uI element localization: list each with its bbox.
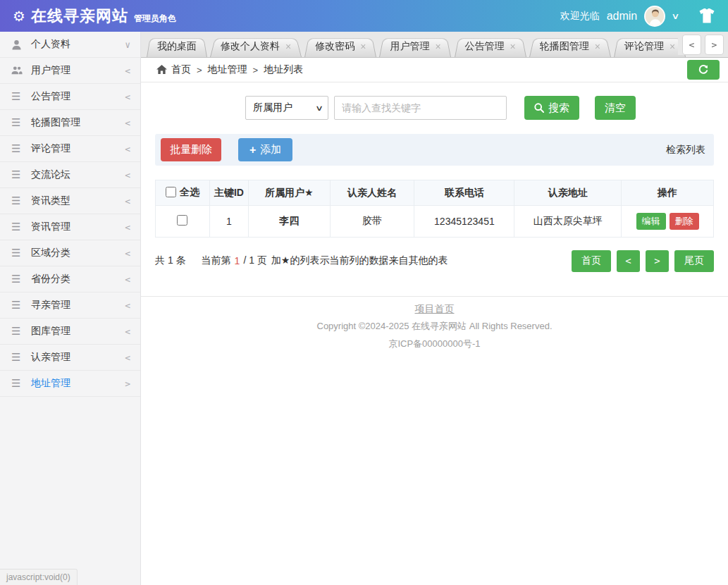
table-row: 1 李四 胶带 12345123451 山西太原尖草坪 编辑 删除 <box>156 206 714 238</box>
chevron-left-icon: < <box>125 118 130 128</box>
refresh-button[interactable] <box>687 60 720 80</box>
chevron-down-icon: ∨ <box>125 39 130 50</box>
menu-lines-icon: ☰ <box>11 142 27 155</box>
tab-edit-profile[interactable]: 修改个人资料 × <box>210 36 302 57</box>
breadcrumb-section[interactable]: 地址管理 <box>208 63 247 76</box>
admin-screen: ⚙ 在线寻亲网站 管理员角色 欢迎光临 admin ∨ <box>0 0 728 585</box>
sidebar-item-profile[interactable]: 个人资料 ∨ <box>0 32 140 58</box>
chevron-left-icon: < <box>125 248 130 259</box>
sidebar-item-user-management[interactable]: 用户管理 < <box>0 58 140 84</box>
cell-name: 胶带 <box>330 206 414 238</box>
tab-close-icon[interactable]: × <box>510 42 516 51</box>
prev-page-button[interactable]: < <box>617 250 640 272</box>
last-page-button[interactable]: 尾页 <box>674 250 714 272</box>
next-page-button[interactable]: > <box>646 250 669 272</box>
content: 所属用户 ∨ 搜索 清空 批量删除 + 添加 <box>141 95 728 350</box>
tab-close-icon[interactable]: × <box>285 42 291 51</box>
clear-button[interactable]: 清空 <box>595 96 636 120</box>
tab-bar: 我的桌面 修改个人资料 × 修改密码 × 用户管理 × 公告管理 × 轮播图管理… <box>141 32 728 58</box>
first-page-button[interactable]: 首页 <box>572 250 611 272</box>
toolbar: 批量删除 + 添加 检索列表 <box>155 134 714 166</box>
tab-close-icon[interactable]: × <box>435 42 440 51</box>
tab-desktop[interactable]: 我的桌面 <box>147 36 207 57</box>
menu-lines-icon: ☰ <box>11 90 27 103</box>
tab-carousel[interactable]: 轮播图管理 × <box>529 36 611 57</box>
row-checkbox[interactable] <box>177 215 187 226</box>
menu-lines-icon: ☰ <box>11 273 27 285</box>
menu-lines-icon: ☰ <box>11 195 27 207</box>
tab-scroll-right-button[interactable]: > <box>705 35 724 55</box>
star-note-text: 加★的列表示当前列的数据来自其他的表 <box>271 254 448 267</box>
sidebar-item-label: 图库管理 <box>31 325 125 338</box>
select-chevron-down-icon: ∨ <box>315 104 323 113</box>
breadcrumb-page: 地址列表 <box>264 63 303 76</box>
sidebar-item-gallery[interactable]: ☰ 图库管理 < <box>0 319 140 345</box>
select-all-checkbox[interactable] <box>166 187 176 197</box>
search-button[interactable]: 搜索 <box>524 96 579 120</box>
chevron-left-icon: < <box>125 222 130 233</box>
sidebar-item-label: 轮播图管理 <box>31 116 125 129</box>
sidebar-item-label: 公告管理 <box>31 90 125 103</box>
gear-icon: ⚙ <box>13 7 25 25</box>
sidebar-item-family-search[interactable]: ☰ 寻亲管理 < <box>0 292 140 319</box>
cell-user: 李四 <box>248 206 330 238</box>
edit-button[interactable]: 编辑 <box>636 213 666 230</box>
user-filter-select[interactable]: 所属用户 ∨ <box>245 96 328 120</box>
sidebar-item-comments[interactable]: ☰ 评论管理 < <box>0 136 140 162</box>
menu-lines-icon: ☰ <box>11 221 27 233</box>
chevron-left-icon: < <box>125 92 130 102</box>
add-button[interactable]: + 添加 <box>238 138 292 161</box>
sidebar-item-label: 评论管理 <box>31 142 125 155</box>
tab-label: 评论管理 <box>624 40 664 53</box>
tab-change-password[interactable]: 修改密码 × <box>304 36 376 57</box>
sidebar-item-address[interactable]: ☰ 地址管理 > <box>0 371 140 397</box>
tab-user-management[interactable]: 用户管理 × <box>379 36 451 57</box>
user-icon <box>11 39 27 50</box>
delete-button[interactable]: 删除 <box>670 213 699 230</box>
role-label: 管理员角色 <box>134 11 176 25</box>
menu-lines-icon: ☰ <box>11 377 27 390</box>
chevron-left-icon: < <box>125 66 130 76</box>
total-pages-text: / 1 页 <box>243 254 266 267</box>
main-panel: 我的桌面 修改个人资料 × 修改密码 × 用户管理 × 公告管理 × 轮播图管理… <box>141 32 728 585</box>
chevron-left-icon: < <box>125 170 130 180</box>
sidebar-item-carousel[interactable]: ☰ 轮播图管理 < <box>0 110 140 136</box>
cell-phone: 12345123451 <box>414 206 514 238</box>
tab-scroll-left-button[interactable]: < <box>682 35 701 55</box>
search-form: 所属用户 ∨ 搜索 清空 <box>245 95 714 121</box>
menu-lines-icon: ☰ <box>11 116 27 129</box>
chevron-left-icon: < <box>125 300 130 311</box>
tab-comments[interactable]: 评论管理 × <box>614 36 686 57</box>
batch-delete-button[interactable]: 批量删除 <box>161 138 221 161</box>
sidebar-item-label: 交流论坛 <box>31 168 125 181</box>
username-text: admin <box>607 10 638 23</box>
sidebar-item-forum[interactable]: ☰ 交流论坛 < <box>0 162 140 188</box>
user-menu-chevron-down-icon[interactable]: ∨ <box>671 11 679 21</box>
user-area: 欢迎光临 admin ∨ <box>560 6 715 27</box>
batch-delete-label: 批量删除 <box>170 143 212 156</box>
sidebar-item-province-category[interactable]: ☰ 省份分类 < <box>0 266 140 292</box>
project-home-link[interactable]: 项目首页 <box>415 303 455 316</box>
sidebar-item-news-management[interactable]: ☰ 资讯管理 < <box>0 214 140 240</box>
sidebar-item-label: 区域分类 <box>31 247 125 259</box>
tab-announcement[interactable]: 公告管理 × <box>455 36 526 57</box>
list-title: 检索列表 <box>666 144 708 156</box>
column-header-actions: 操作 <box>622 180 714 206</box>
sidebar-item-label: 认亲管理 <box>31 351 125 364</box>
sidebar-item-region-category[interactable]: ☰ 区域分类 < <box>0 240 140 266</box>
sidebar: 个人资料 ∨ 用户管理 < ☰ 公告管理 < ☰ 轮播图管理 < ☰ 评论管理 … <box>0 32 141 585</box>
chevron-left-icon: < <box>125 144 130 154</box>
tab-close-icon[interactable]: × <box>595 42 600 51</box>
keyword-input[interactable] <box>334 96 507 120</box>
column-header-name: 认亲人姓名 <box>330 180 414 206</box>
sidebar-item-news-types[interactable]: ☰ 资讯类型 < <box>0 188 140 214</box>
sidebar-item-announcements[interactable]: ☰ 公告管理 < <box>0 84 140 110</box>
tab-close-icon[interactable]: × <box>670 42 675 51</box>
tab-close-icon[interactable]: × <box>360 42 366 51</box>
breadcrumb-home[interactable]: 首页 <box>171 63 191 76</box>
avatar[interactable] <box>644 6 665 27</box>
sidebar-item-recognition[interactable]: ☰ 认亲管理 < <box>0 345 140 371</box>
tab-label: 我的桌面 <box>157 40 197 53</box>
theme-tshirt-icon[interactable] <box>698 8 715 23</box>
chevron-left-icon: < <box>125 326 130 337</box>
